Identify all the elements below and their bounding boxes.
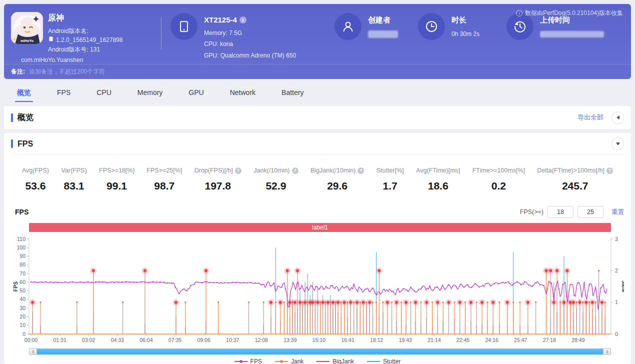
svg-text:FPS: FPS: [12, 282, 18, 292]
tab-fps[interactable]: FPS: [44, 81, 84, 104]
svg-text:30: 30: [20, 305, 26, 311]
device-memory: Memory: 7.5G: [204, 28, 296, 39]
svg-text:15:10: 15:10: [312, 337, 326, 343]
user-icon: [334, 13, 362, 40]
report-header: miHoYo 原神 Android版本名: 1.2.0_1565149_1627…: [4, 4, 631, 79]
tab-battery[interactable]: Battery: [268, 81, 316, 104]
fps-card: FPS Avg(FPS)53.6 Var(FPS)83.1 FPS>=18[%]…: [4, 133, 631, 364]
svg-text:0: 0: [22, 331, 26, 337]
svg-text:07:35: 07:35: [168, 337, 182, 343]
device-cpu: CPU: kona: [204, 38, 296, 50]
svg-text:27:18: 27:18: [543, 337, 556, 343]
legend-item-fps[interactable]: FPS: [234, 358, 262, 364]
tab-network[interactable]: Network: [217, 81, 268, 104]
tab-memory[interactable]: Memory: [124, 81, 176, 104]
svg-text:24:16: 24:16: [485, 337, 498, 343]
stat-bigjank: BigJank(/10min)?29.6: [310, 167, 364, 192]
svg-text:12:08: 12:08: [255, 337, 268, 343]
section-accent-bar: [11, 114, 13, 122]
svg-text:16:41: 16:41: [341, 337, 354, 343]
device-model: XT2125-4: [204, 13, 237, 28]
svg-text:25:47: 25:47: [514, 337, 527, 343]
collect-info: i 数据由PerfDog(5.0.210104)版本收集: [516, 9, 623, 18]
android-version-label: Android版本名:: [48, 26, 122, 36]
tab-gpu[interactable]: GPU: [176, 81, 216, 104]
collapse-left-button[interactable]: [612, 112, 624, 124]
legend-marker: [234, 359, 248, 364]
package-name: com.miHoYo.Yuanshen: [21, 56, 122, 65]
svg-text:00:00: 00:00: [24, 337, 38, 343]
tab-cpu[interactable]: CPU: [84, 81, 124, 104]
tab-overview[interactable]: 概览: [4, 81, 44, 104]
svg-text:19:43: 19:43: [399, 337, 412, 343]
upload-value-redacted: [540, 31, 604, 38]
duration-info: 时长 0h 30m 2s: [418, 4, 506, 40]
export-all-link[interactable]: 导出全部: [578, 113, 604, 122]
stat-var-fps: Var(FPS)83.1: [61, 167, 86, 192]
fps-section-title: FPS: [18, 140, 33, 148]
help-icon[interactable]: ?: [235, 168, 242, 174]
app-info: miHoYo 原神 Android版本名: 1.2.0_1565149_1627…: [4, 4, 154, 64]
triangle-down-icon: [616, 142, 620, 146]
svg-text:Jank: Jank: [621, 280, 624, 292]
fps-chart[interactable]: 0102030405060708090100110012300:0001:310…: [11, 234, 624, 345]
svg-text:09:06: 09:06: [197, 337, 210, 343]
fps-threshold-label: FPS(>=): [520, 208, 544, 216]
svg-text:22:45: 22:45: [456, 337, 470, 343]
svg-text:28:49: 28:49: [572, 337, 584, 343]
android-build: Android版本号: 131: [48, 45, 122, 54]
stat-fps-ge-18: FPS>=18[%]99.1: [99, 167, 134, 192]
svg-text:90: 90: [20, 253, 26, 259]
fps-threshold-low-input[interactable]: [548, 206, 574, 218]
device-info-icon[interactable]: i: [240, 16, 246, 24]
fps-stats-row: Avg(FPS)53.6 Var(FPS)83.1 FPS>=18[%]99.1…: [11, 155, 624, 192]
svg-text:10: 10: [20, 322, 26, 328]
clock-icon: [418, 13, 445, 40]
chart-label-banner: label1: [29, 223, 611, 232]
zoom-track[interactable]: [37, 348, 603, 354]
phone-icon: [170, 13, 198, 40]
stat-stutter: Stutter[%]1.7: [376, 167, 404, 192]
svg-text:21:14: 21:14: [428, 337, 440, 343]
zoom-handle-right[interactable]: [603, 348, 611, 355]
duration-label: 时长: [452, 13, 480, 28]
svg-text:100: 100: [16, 244, 26, 250]
svg-text:04:33: 04:33: [111, 337, 124, 343]
svg-text:3: 3: [615, 236, 618, 242]
legend-item-jank[interactable]: Jank: [275, 358, 304, 364]
triangle-left-icon: [616, 116, 620, 120]
svg-text:13:39: 13:39: [284, 337, 296, 343]
chart-zoom-scrollbar[interactable]: [29, 348, 611, 355]
legend-item-bigjank[interactable]: BigJank: [316, 358, 354, 364]
creator-value-redacted: [368, 30, 398, 38]
svg-text:1: 1: [615, 299, 618, 305]
help-icon[interactable]: ?: [292, 168, 298, 174]
legend-marker: [316, 359, 330, 364]
stat-avg-ftime: Avg(FTime)[ms]18.6: [416, 167, 460, 192]
legend-marker: [367, 359, 380, 364]
svg-text:80: 80: [20, 262, 26, 268]
stat-jank: Jank(/10min)?52.9: [254, 167, 298, 192]
legend-item-stutter[interactable]: Stutter: [367, 358, 400, 364]
reset-link[interactable]: 重置: [612, 208, 624, 216]
help-icon[interactable]: ?: [358, 168, 364, 174]
svg-text:10:37: 10:37: [226, 337, 239, 343]
legend-marker: [275, 359, 288, 364]
help-icon[interactable]: ?: [606, 168, 613, 174]
zoom-handle-left[interactable]: [29, 348, 37, 355]
svg-text:01:31: 01:31: [53, 337, 66, 343]
collapse-down-button[interactable]: [612, 138, 624, 150]
svg-text:miHoYo: miHoYo: [20, 39, 34, 42]
chart-title: FPS: [15, 208, 28, 216]
section-tabbar: 概览 FPS CPU Memory GPU Network Battery: [4, 81, 316, 104]
svg-text:110: 110: [17, 236, 26, 242]
device-gpu: GPU: Qualcomm Adreno (TM) 650: [204, 50, 296, 62]
fps-threshold-high-input[interactable]: [578, 206, 604, 218]
note-bar[interactable]: 备注: 添加备注，不超过200个字符: [4, 64, 631, 79]
device-info: XT2125-4 i Memory: 7.5G CPU: kona GPU: Q…: [170, 4, 320, 62]
android-icon: [48, 36, 54, 45]
stat-drop-fps: Drop(FPS)[/h]?197.8: [194, 167, 242, 192]
svg-text:03:02: 03:02: [82, 337, 95, 343]
duration-value: 0h 30m 2s: [452, 28, 480, 40]
note-input-placeholder[interactable]: 添加备注，不超过200个字符: [29, 68, 105, 76]
